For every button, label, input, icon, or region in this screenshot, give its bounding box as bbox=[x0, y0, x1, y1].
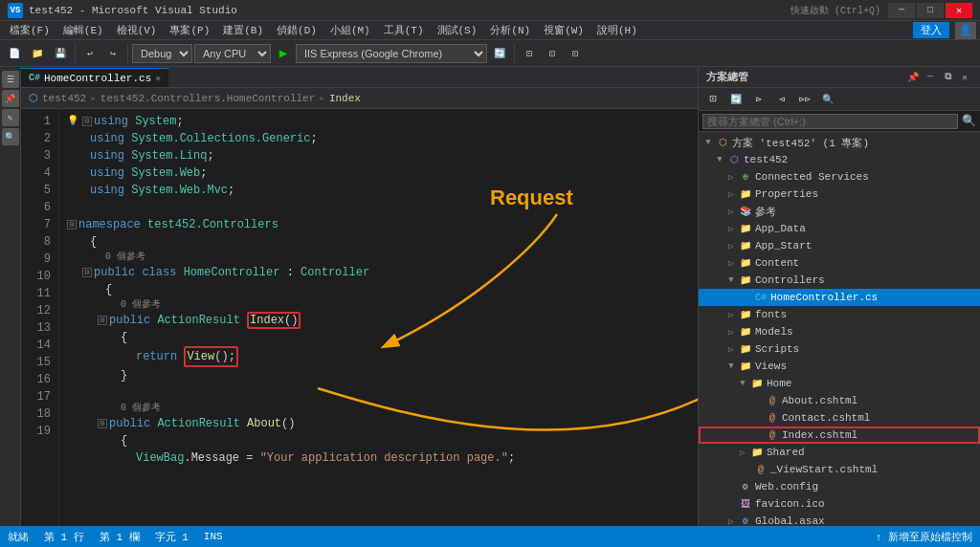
panel-close-button[interactable]: ✕ bbox=[957, 70, 972, 85]
tree-shared[interactable]: ▷ 📁 Shared bbox=[699, 444, 980, 461]
expand-properties[interactable]: ▷ bbox=[725, 188, 737, 200]
toolbar-extra2[interactable]: ⊡ bbox=[542, 43, 563, 64]
sidebar-icon-1[interactable]: ☰ bbox=[2, 71, 19, 88]
solution-search-input[interactable] bbox=[702, 114, 958, 129]
toolbar-extra3[interactable]: ⊡ bbox=[565, 43, 586, 64]
menu-project[interactable]: 專案(P) bbox=[164, 22, 215, 38]
expand-home-folder[interactable]: ▼ bbox=[737, 378, 748, 389]
collapse-9[interactable]: ⊟ bbox=[82, 268, 92, 277]
tree-connected-services[interactable]: ▷ ⊕ Connected Services bbox=[699, 168, 980, 186]
toolbar-undo[interactable]: ↩ bbox=[79, 43, 100, 64]
tree-solution[interactable]: ▼ ⬡ 方案 'test452' (1 專案) bbox=[699, 134, 980, 151]
toolbar-refresh[interactable]: 🔄 bbox=[489, 43, 510, 64]
tree-properties[interactable]: ▷ 📁 Properties bbox=[699, 186, 980, 203]
tree-about-cshtml[interactable]: @ About.cshtml bbox=[699, 392, 980, 409]
panel-float-button[interactable]: ⧉ bbox=[940, 70, 955, 85]
expand-controllers[interactable]: ▼ bbox=[725, 274, 737, 286]
expand-shared[interactable]: ▷ bbox=[737, 447, 748, 458]
tree-controllers[interactable]: ▼ 📁 Controllers bbox=[699, 272, 980, 289]
tree-content[interactable]: ▷ 📁 Content bbox=[699, 254, 980, 272]
menu-analyze[interactable]: 分析(N) bbox=[484, 22, 536, 38]
minimize-button[interactable]: ─ bbox=[888, 3, 915, 18]
collapse-16[interactable]: ⊟ bbox=[98, 419, 107, 428]
panel-tb-2[interactable]: 🔄 bbox=[725, 89, 746, 110]
menu-team[interactable]: 小組(M) bbox=[324, 22, 376, 38]
expand-global[interactable]: ▷ bbox=[725, 515, 737, 526]
expand-project[interactable]: ▼ bbox=[714, 154, 725, 165]
window-controls[interactable]: ─ □ ✕ bbox=[888, 3, 972, 18]
tree-webconfig[interactable]: ⚙ Web.config bbox=[699, 478, 980, 495]
menu-debug[interactable]: 偵錯(D) bbox=[271, 22, 323, 38]
tab-close-button[interactable]: ✕ bbox=[155, 73, 161, 84]
global-asax-label: Global.asax bbox=[755, 515, 825, 526]
tree-contact-cshtml[interactable]: @ Contact.cshtml bbox=[699, 409, 980, 427]
account-icon[interactable]: 👤 bbox=[955, 22, 976, 39]
tree-home-folder[interactable]: ▼ 📁 Home bbox=[699, 375, 980, 392]
maximize-button[interactable]: □ bbox=[917, 3, 944, 18]
tree-homecontroller[interactable]: C# HomeController.cs bbox=[699, 289, 980, 306]
tree-viewstart[interactable]: @ _ViewStart.cshtml bbox=[699, 461, 980, 478]
tree-project[interactable]: ▼ ⬡ test452 bbox=[699, 151, 980, 168]
collapse-7[interactable]: ⊟ bbox=[67, 220, 77, 230]
tree-fonts[interactable]: ▷ 📁 fonts bbox=[699, 306, 980, 323]
sign-in-button[interactable]: 登入 bbox=[913, 22, 949, 38]
toolbar-run[interactable]: ▶ bbox=[273, 43, 294, 64]
panel-pin-button[interactable]: 📌 bbox=[905, 70, 921, 85]
menu-help[interactable]: 說明(H) bbox=[591, 22, 643, 38]
run-target-dropdown[interactable]: IIS Express (Google Chrome) bbox=[296, 44, 487, 63]
expand-views[interactable]: ▼ bbox=[725, 361, 737, 372]
expand-solution[interactable]: ▼ bbox=[702, 137, 714, 148]
status-vcs[interactable]: ↑ 新增至原始檔控制 bbox=[876, 530, 972, 544]
expand-app-start[interactable]: ▷ bbox=[725, 240, 737, 252]
sidebar-icon-4[interactable]: 🔍 bbox=[2, 128, 19, 145]
tree-app-start[interactable]: ▷ 📁 App_Start bbox=[699, 237, 980, 254]
panel-minimize-button[interactable]: ─ bbox=[923, 70, 938, 85]
menu-test[interactable]: 測試(S) bbox=[432, 22, 483, 38]
expand-fonts[interactable]: ▷ bbox=[725, 309, 737, 320]
tab-homecontroller[interactable]: C# HomeController.cs ✕ bbox=[21, 68, 169, 87]
sidebar-icon-3[interactable]: ✎ bbox=[2, 109, 19, 126]
contact-cshtml-label: Contact.cshtml bbox=[782, 412, 870, 424]
menu-build[interactable]: 建置(B) bbox=[217, 22, 269, 38]
solution-tree[interactable]: ▼ ⬡ 方案 'test452' (1 專案) ▼ ⬡ test452 ▷ ⊕ … bbox=[699, 132, 980, 526]
menu-edit[interactable]: 編輯(E) bbox=[57, 22, 109, 38]
collapse-11[interactable]: ⊟ bbox=[98, 316, 107, 325]
panel-tb-4[interactable]: ⊲ bbox=[771, 89, 792, 110]
tree-references[interactable]: ▷ 📚 參考 bbox=[699, 203, 980, 220]
platform-dropdown[interactable]: Any CPU bbox=[194, 44, 271, 63]
close-button[interactable]: ✕ bbox=[946, 3, 972, 18]
panel-tb-1[interactable]: ⊡ bbox=[702, 89, 724, 110]
panel-win-controls[interactable]: 📌 ─ ⧉ ✕ bbox=[905, 70, 972, 85]
menu-file[interactable]: 檔案(F) bbox=[4, 22, 56, 38]
toolbar-new[interactable]: 📄 bbox=[4, 43, 25, 64]
code-content[interactable]: 12345 678910 1112131415 16171819 💡 ⊟ usi… bbox=[21, 109, 698, 526]
tree-app-data[interactable]: ▷ 📁 App_Data bbox=[699, 220, 980, 237]
tree-models[interactable]: ▷ 📁 Models bbox=[699, 323, 980, 340]
sidebar-icon-2[interactable]: 📌 bbox=[2, 90, 19, 107]
menu-view[interactable]: 檢視(V) bbox=[111, 22, 163, 38]
tree-scripts[interactable]: ▷ 📁 Scripts bbox=[699, 340, 980, 358]
toolbar-extra1[interactable]: ⊡ bbox=[519, 43, 540, 64]
tree-index-cshtml[interactable]: @ Index.cshtml bbox=[699, 427, 980, 444]
search-hint[interactable]: 快速啟動 (Ctrl+Q) bbox=[791, 4, 880, 17]
tree-favicon[interactable]: 🖼 favicon.ico bbox=[699, 495, 980, 513]
toolbar-save[interactable]: 💾 bbox=[50, 43, 71, 64]
expand-references[interactable]: ▷ bbox=[725, 206, 737, 217]
expand-content[interactable]: ▷ bbox=[725, 257, 737, 269]
menu-tools[interactable]: 工具(T) bbox=[378, 22, 430, 38]
debug-mode-dropdown[interactable]: Debug bbox=[132, 44, 192, 63]
collapse-1[interactable]: ⊟ bbox=[82, 117, 92, 126]
code-editor[interactable]: 💡 ⊟ using System; using System.Collectio… bbox=[59, 109, 698, 526]
tree-global-asax[interactable]: ▷ ⚙ Global.asax bbox=[699, 513, 980, 526]
expand-connected[interactable]: ▷ bbox=[725, 171, 737, 183]
panel-tb-6[interactable]: 🔍 bbox=[817, 89, 838, 110]
expand-scripts[interactable]: ▷ bbox=[725, 343, 737, 355]
menu-window[interactable]: 視窗(W) bbox=[538, 22, 590, 38]
panel-tb-3[interactable]: ⊳ bbox=[748, 89, 769, 110]
panel-tb-5[interactable]: ⊳⊳ bbox=[794, 89, 815, 110]
tree-views[interactable]: ▼ 📁 Views bbox=[699, 358, 980, 375]
toolbar-open[interactable]: 📁 bbox=[27, 43, 48, 64]
expand-models[interactable]: ▷ bbox=[725, 326, 737, 338]
expand-app-data[interactable]: ▷ bbox=[725, 223, 737, 234]
toolbar-redo[interactable]: ↪ bbox=[102, 43, 123, 64]
